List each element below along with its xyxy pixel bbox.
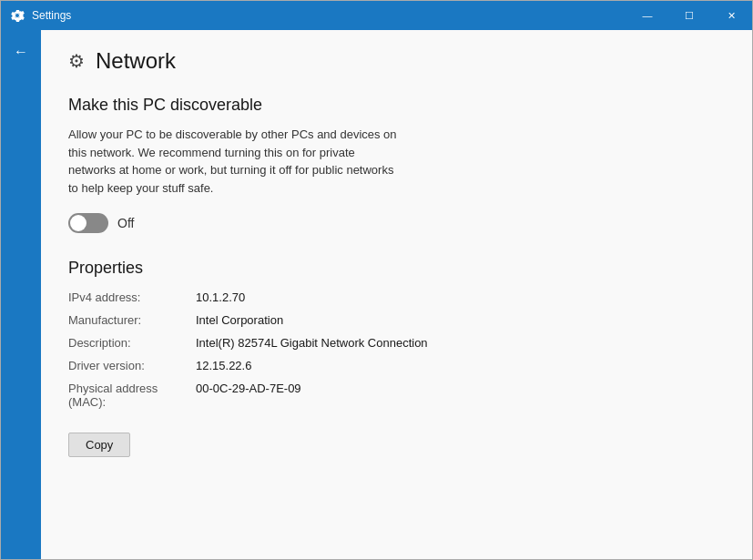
- main-content: ⚙ Network Make this PC discoverable Allo…: [41, 30, 752, 559]
- manufacturer-label: Manufacturer:: [68, 313, 196, 327]
- title-bar-title: Settings: [32, 9, 71, 22]
- app-window: Settings — ☐ ✕ ← ⚙ Network Make this PC …: [0, 0, 753, 560]
- toggle-knob: [70, 215, 86, 231]
- discoverable-description: Allow your PC to be discoverable by othe…: [68, 126, 405, 197]
- page-title: Network: [96, 48, 176, 74]
- ipv4-value: 10.1.2.70: [196, 290, 725, 304]
- driver-value: 12.15.22.6: [196, 359, 725, 372]
- toggle-row: Off: [68, 213, 725, 233]
- title-bar-controls: — ☐ ✕: [626, 1, 752, 30]
- window-body: ← ⚙ Network Make this PC discoverable Al…: [1, 30, 752, 559]
- minimize-button[interactable]: —: [626, 1, 668, 30]
- close-button[interactable]: ✕: [710, 1, 752, 30]
- settings-app-icon: [10, 8, 25, 23]
- back-button[interactable]: ←: [6, 37, 36, 66]
- discoverable-toggle[interactable]: [68, 213, 108, 233]
- copy-button[interactable]: Copy: [68, 433, 130, 457]
- ipv4-label: IPv4 address:: [68, 290, 196, 304]
- network-settings-icon: ⚙: [68, 50, 85, 72]
- manufacturer-value: Intel Corporation: [196, 313, 725, 327]
- properties-heading: Properties: [68, 259, 725, 278]
- page-header: ⚙ Network: [68, 48, 725, 74]
- nav-back: ←: [1, 30, 41, 559]
- maximize-button[interactable]: ☐: [668, 1, 710, 30]
- driver-label: Driver version:: [68, 359, 196, 372]
- mac-label: Physical address (MAC):: [68, 382, 196, 409]
- title-bar-left: Settings: [10, 8, 71, 23]
- description-label: Description:: [68, 336, 196, 350]
- property-grid: IPv4 address: 10.1.2.70 Manufacturer: In…: [68, 290, 725, 409]
- discoverable-heading: Make this PC discoverable: [68, 96, 725, 115]
- properties-section: Properties IPv4 address: 10.1.2.70 Manuf…: [68, 259, 725, 457]
- description-value: Intel(R) 82574L Gigabit Network Connecti…: [196, 336, 725, 350]
- toggle-label: Off: [117, 216, 134, 230]
- title-bar: Settings — ☐ ✕: [1, 1, 752, 30]
- discoverable-section: Make this PC discoverable Allow your PC …: [68, 96, 725, 233]
- mac-value: 00-0C-29-AD-7E-09: [196, 382, 725, 409]
